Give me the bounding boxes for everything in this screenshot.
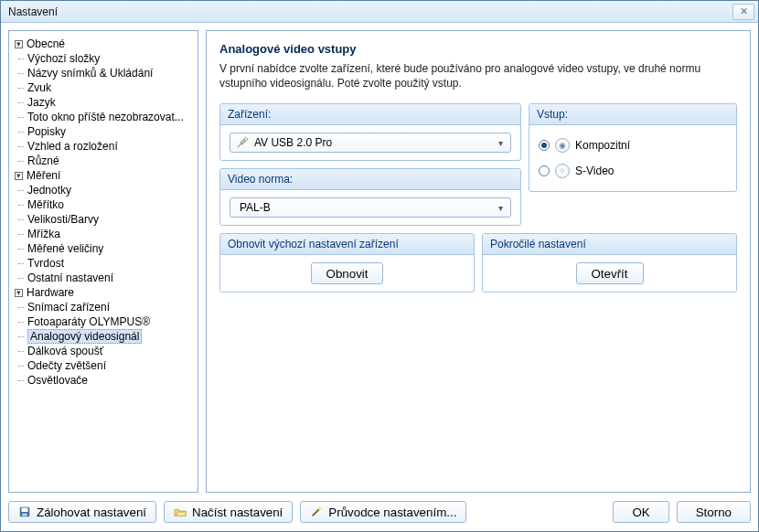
plug-icon xyxy=(234,136,251,149)
restore-group: Obnovit výchozí nastavení zařízení Obnov… xyxy=(219,233,475,293)
backup-settings-button[interactable]: Zálohovat nastavení xyxy=(8,501,156,523)
tree-item-label: Snímací zařízení xyxy=(27,301,110,314)
save-icon xyxy=(18,505,31,518)
restore-group-header: Obnovit výchozí nastavení zařízení xyxy=(220,234,474,255)
cancel-button[interactable]: Storno xyxy=(677,501,751,523)
collapse-icon: ▾ xyxy=(15,40,23,48)
tree-item[interactable]: Snímací zařízení xyxy=(26,300,194,314)
radio-svideo-label: S-Video xyxy=(575,165,614,177)
device-combo-value: AV USB 2.0 Pro xyxy=(251,136,494,149)
video-norm-value: PAL-B xyxy=(234,201,494,214)
load-settings-button[interactable]: Načíst nastavení xyxy=(164,501,293,523)
page-title: Analogové video vstupy xyxy=(219,42,737,56)
bottom-bar: Zálohovat nastavení Načíst nastavení Prů… xyxy=(1,493,758,531)
advanced-group: Pokročilé nastavení Otevřít xyxy=(482,233,737,293)
radio-icon xyxy=(539,165,550,176)
advanced-open-button-label: Otevřít xyxy=(592,267,628,281)
backup-settings-label: Zálohovat nastavení xyxy=(37,505,146,519)
chevron-down-icon: ▾ xyxy=(494,138,507,148)
titlebar: Nastavení ✕ xyxy=(1,1,758,23)
tree-item-label: Jazyk xyxy=(27,96,56,109)
tree-item-label: Ostatní nastavení xyxy=(27,271,113,284)
tree-item[interactable]: Jazyk xyxy=(26,95,194,110)
collapse-icon: ▾ xyxy=(15,172,23,180)
input-group-header: Vstup: xyxy=(529,104,736,125)
nav-tree[interactable]: ▾ObecnéVýchozí složkyNázvy snímků & Uklá… xyxy=(8,30,198,493)
video-norm-combo[interactable]: PAL-B ▾ xyxy=(230,197,511,218)
svg-rect-2 xyxy=(22,514,27,516)
device-combo[interactable]: AV USB 2.0 Pro ▾ xyxy=(230,133,511,153)
tree-item-label: Různé xyxy=(27,154,59,167)
video-norm-group-header: Video norma: xyxy=(220,169,520,190)
tree-item[interactable]: Měřené veličiny xyxy=(26,241,194,256)
restore-button-label: Obnovit xyxy=(326,267,369,281)
tree-item[interactable]: Názvy snímků & Ukládání xyxy=(26,66,194,80)
radio-composite-label: Kompozitní xyxy=(575,139,630,152)
tree-item-label: Názvy snímků & Ukládání xyxy=(27,67,153,80)
svg-rect-1 xyxy=(22,508,28,512)
tree-item-label: Měřené veličiny xyxy=(27,242,103,255)
tree-group-label: Hardware xyxy=(27,286,74,299)
tree-group-header[interactable]: ▾Hardware xyxy=(13,285,194,300)
close-button[interactable]: ✕ xyxy=(732,4,754,20)
tree-item-label: Jednotky xyxy=(27,184,71,197)
chevron-down-icon: ▾ xyxy=(494,203,507,213)
tree-item[interactable]: Velikosti/Barvy xyxy=(26,212,194,227)
ok-button[interactable]: OK xyxy=(613,501,668,523)
settings-wizard-label: Průvodce nastavením... xyxy=(328,505,456,519)
tree-item[interactable]: Různé xyxy=(26,154,194,168)
radio-icon xyxy=(539,140,550,151)
tree-item-label: Popisky xyxy=(27,125,66,138)
ok-button-label: OK xyxy=(632,505,649,519)
tree-item-label: Zvuk xyxy=(27,81,51,94)
advanced-open-button[interactable]: Otevřít xyxy=(576,262,644,284)
tree-item[interactable]: Osvětlovače xyxy=(26,373,194,388)
settings-window: Nastavení ✕ ▾ObecnéVýchozí složkyNázvy s… xyxy=(0,0,759,532)
tree-item[interactable]: Dálková spoušť xyxy=(26,344,194,358)
tree-item[interactable]: Toto okno příště nezobrazovat... xyxy=(26,110,194,124)
tree-item[interactable]: Měřítko xyxy=(26,197,194,212)
tree-item-label: Toto okno příště nezobrazovat... xyxy=(27,111,184,123)
load-settings-label: Načíst nastavení xyxy=(192,505,283,519)
device-group: Zařízení: AV USB 2.0 Pro ▾ xyxy=(219,103,521,161)
tree-item[interactable]: Jednotky xyxy=(26,183,194,197)
radio-svideo[interactable]: ⁘ S-Video xyxy=(539,158,727,184)
composite-icon: ◉ xyxy=(555,138,570,153)
tree-group-header[interactable]: ▾Měření xyxy=(13,168,194,183)
tree-item[interactable]: Ostatní nastavení xyxy=(26,271,194,285)
cancel-button-label: Storno xyxy=(696,505,732,519)
tree-item[interactable]: Tvrdost xyxy=(26,256,194,271)
page-description: V první nabídce zvolte zařízení, které b… xyxy=(219,61,737,90)
tree-item[interactable]: Mřížka xyxy=(26,227,194,241)
main-panel: Analogové video vstupy V první nabídce z… xyxy=(206,30,751,493)
tree-item-label: Osvětlovače xyxy=(27,374,88,387)
tree-item-label: Fotoaparáty OLYMPUS® xyxy=(27,315,150,328)
tree-item-label: Mřížka xyxy=(27,228,60,240)
tree-item[interactable]: Popisky xyxy=(26,124,194,139)
dialog-body: ▾ObecnéVýchozí složkyNázvy snímků & Uklá… xyxy=(1,23,758,493)
tree-item[interactable]: Výchozí složky xyxy=(26,51,194,66)
tree-item-label: Odečty zvětšení xyxy=(27,359,106,372)
radio-composite[interactable]: ◉ Kompozitní xyxy=(539,133,727,158)
window-title: Nastavení xyxy=(8,5,732,18)
tree-item-label: Velikosti/Barvy xyxy=(27,213,99,226)
tree-group-label: Obecné xyxy=(27,37,65,50)
settings-wizard-button[interactable]: Průvodce nastavením... xyxy=(300,501,466,523)
tree-item-label: Analogový videosignál xyxy=(27,329,142,344)
svideo-icon: ⁘ xyxy=(555,164,570,178)
tree-item[interactable]: Fotoaparáty OLYMPUS® xyxy=(26,314,194,329)
folder-open-icon xyxy=(174,505,187,518)
input-group: Vstup: ◉ Kompozitní ⁘ S-Video xyxy=(529,103,737,192)
advanced-group-header: Pokročilé nastavení xyxy=(483,234,736,255)
tree-item[interactable]: Zvuk xyxy=(26,80,194,95)
tree-item-label: Tvrdost xyxy=(27,257,64,270)
restore-button[interactable]: Obnovit xyxy=(311,262,384,284)
tree-item-label: Dálková spoušť xyxy=(27,345,103,357)
tree-item[interactable]: Analogový videosignál xyxy=(26,329,194,344)
tree-item-label: Měřítko xyxy=(27,198,64,211)
tree-item[interactable]: Odečty zvětšení xyxy=(26,358,194,373)
tree-group-header[interactable]: ▾Obecné xyxy=(13,37,194,51)
device-group-header: Zařízení: xyxy=(220,104,520,125)
tree-item[interactable]: Vzhled a rozložení xyxy=(26,139,194,154)
video-norm-group: Video norma: PAL-B ▾ xyxy=(219,168,521,226)
